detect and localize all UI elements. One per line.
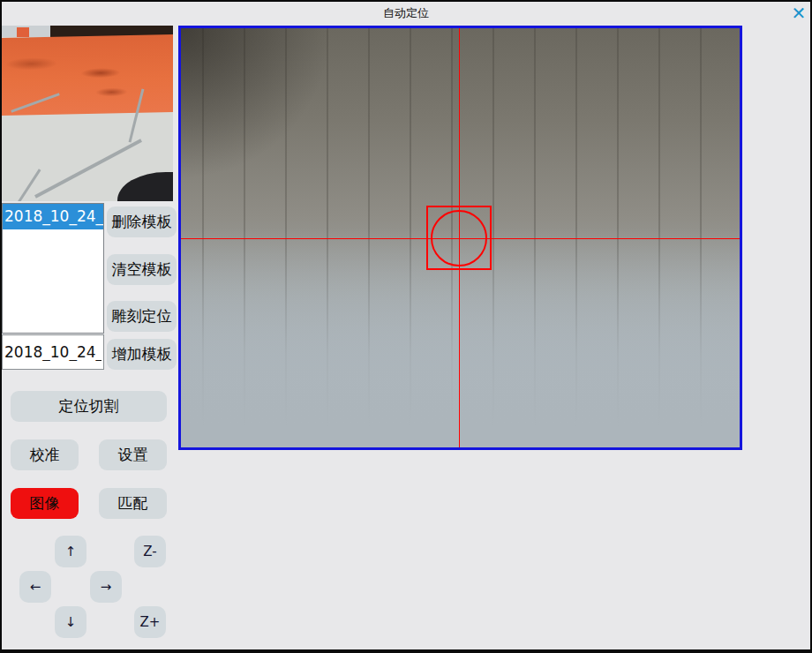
thumbnail-orange-chip [17,27,29,37]
camera-image [181,28,740,447]
jog-z-minus-button[interactable]: Z- [134,536,166,567]
template-name-field[interactable] [2,334,104,370]
auto-position-dialog: 自动定位 ✕ 2018_10_24_11 删除模板 清空模板 雕刻定位 增加模板… [0,0,812,653]
template-thumbnail [2,26,173,201]
close-icon[interactable]: ✕ [787,3,810,24]
jog-down-button[interactable]: ↓ [55,606,86,638]
crosshair-horizontal-line [181,238,740,239]
calibrate-button[interactable]: 校准 [11,439,79,470]
camera-bottom-fade [181,28,740,447]
jog-up-button[interactable]: ↑ [55,536,86,567]
match-button[interactable]: 匹配 [99,488,167,519]
page-title: 自动定位 [0,5,812,23]
add-template-button[interactable]: 增加模板 [107,339,177,370]
engrave-position-button[interactable]: 雕刻定位 [107,301,177,332]
crosshair-vertical-line [459,28,460,447]
thumbnail-dark-object [117,172,173,201]
camera-view[interactable] [178,26,742,450]
template-list[interactable]: 2018_10_24_11 [2,203,104,334]
jog-left-button[interactable]: ← [19,571,51,603]
image-button-active[interactable]: 图像 [11,488,79,519]
target-square-overlay [426,206,492,270]
clear-templates-button[interactable]: 清空模板 [107,254,177,285]
delete-template-button[interactable]: 删除模板 [107,206,177,237]
camera-corner-shadow [181,28,740,447]
target-circle-overlay [431,210,487,266]
jog-z-plus-button[interactable]: Z+ [134,606,166,638]
jog-right-button[interactable]: → [90,571,122,603]
list-item[interactable]: 2018_10_24_11 [3,204,103,229]
settings-button[interactable]: 设置 [99,439,167,470]
camera-ceiling-stripes [181,28,740,447]
position-cut-button[interactable]: 定位切割 [11,391,167,422]
